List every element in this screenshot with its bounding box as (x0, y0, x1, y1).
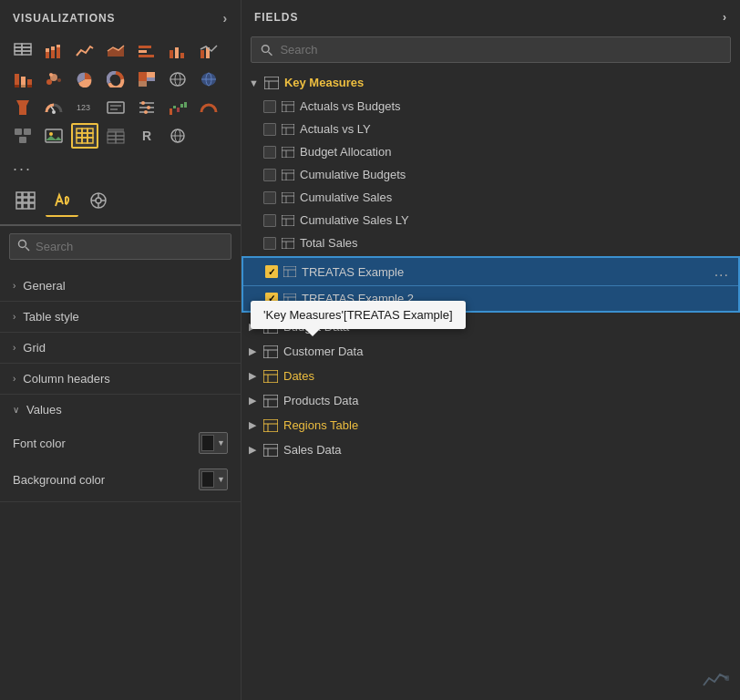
area-viz-icon[interactable] (102, 38, 129, 64)
svg-line-102 (269, 51, 272, 55)
r-viz-icon[interactable]: R (133, 123, 160, 149)
image-viz-icon[interactable] (40, 123, 67, 149)
regions-table-group[interactable]: ▶ Regions Table (242, 413, 740, 438)
svg-rect-91 (23, 203, 28, 209)
bar-viz-icon[interactable] (133, 38, 160, 64)
ribbon-viz-icon[interactable] (9, 67, 36, 92)
stacked-bar-viz-icon[interactable] (40, 38, 67, 64)
dates-group[interactable]: ▶ Dates (242, 364, 740, 388)
cumulative-budgets-label: Cumulative Budgets (300, 168, 406, 181)
table-style-section-header[interactable]: › Table style (0, 302, 241, 332)
svg-rect-76 (116, 132, 124, 136)
regions-table-icon (263, 419, 278, 432)
treemap-viz-icon[interactable] (133, 67, 160, 92)
font-color-swatch[interactable]: ▼ (199, 432, 228, 454)
svg-rect-16 (170, 50, 173, 58)
table3-viz-icon[interactable] (102, 123, 129, 149)
svg-rect-11 (57, 45, 60, 47)
total-sales-checkbox[interactable] (263, 237, 276, 250)
actuals-vs-budgets-checkbox[interactable] (263, 100, 276, 113)
filled-map-viz-icon[interactable] (195, 67, 222, 92)
treatas-example-label: TREATAS Example (302, 265, 404, 279)
cumulative-sales-ly-checkbox[interactable] (263, 214, 276, 227)
cumulative-sales-ly-label: Cumulative Sales LY (300, 213, 409, 227)
cumulative-budgets-checkbox[interactable] (263, 169, 276, 181)
sales-data-group[interactable]: ▶ Sales Data (242, 438, 740, 462)
svg-rect-73 (87, 138, 93, 143)
more-icons-dots[interactable]: ... (0, 154, 241, 182)
visualizations-expand-arrow[interactable]: › (222, 11, 228, 26)
svg-text:123: 123 (77, 103, 90, 112)
svg-marker-42 (16, 100, 29, 115)
table-viz-icon[interactable] (9, 38, 36, 64)
general-section-header[interactable]: › General (0, 271, 241, 301)
regions-table-label: Regions Table (283, 418, 358, 432)
gauge-viz-icon[interactable] (40, 95, 67, 120)
list-item[interactable]: Total Sales (242, 232, 740, 254)
funnel-viz-icon[interactable] (9, 95, 36, 120)
slicer-viz-icon[interactable] (133, 95, 160, 120)
values-label: Values (26, 403, 62, 417)
svg-rect-127 (283, 266, 296, 277)
pie-viz-icon[interactable] (71, 67, 98, 92)
budget-allocation-checkbox[interactable] (263, 146, 276, 159)
values-section-header[interactable]: ∨ Values (0, 395, 241, 425)
kpi-viz-icon[interactable]: 123 (71, 95, 98, 120)
svg-point-101 (262, 45, 269, 52)
globe-viz-icon[interactable] (164, 123, 191, 149)
format-search-box[interactable] (9, 233, 231, 260)
list-item[interactable]: Budget Allocation (242, 140, 740, 163)
format-search-input[interactable] (36, 240, 223, 253)
svg-rect-148 (263, 444, 278, 457)
treatas-example-checkbox[interactable]: ✓ (265, 265, 278, 278)
treatas-example-item[interactable]: ✓ TREATAS Example ... (243, 258, 738, 285)
svg-point-27 (46, 79, 52, 85)
actuals-vs-ly-checkbox[interactable] (263, 123, 276, 136)
card-viz-icon[interactable] (102, 95, 129, 120)
map-viz-icon[interactable] (164, 67, 191, 92)
fields-subtab[interactable] (9, 186, 42, 217)
waterfall-viz-icon[interactable] (164, 95, 191, 120)
background-color-swatch[interactable]: ▼ (199, 468, 228, 490)
svg-rect-7 (46, 48, 49, 52)
svg-rect-77 (108, 136, 116, 139)
treatas-example-ellipsis[interactable]: ... (714, 263, 729, 280)
analytics-subtab[interactable] (82, 186, 115, 217)
svg-rect-5 (22, 51, 31, 55)
svg-rect-8 (51, 50, 55, 58)
key-measures-group-header[interactable]: ▼ Key Measures (242, 70, 740, 95)
background-color-label: Background color (13, 473, 105, 487)
scatter-viz-icon[interactable] (40, 67, 67, 92)
products-data-group[interactable]: ▶ Products Data (242, 388, 740, 413)
fields-title: FIELDS (254, 11, 298, 24)
fields-search-input[interactable] (280, 43, 721, 57)
svg-rect-89 (29, 198, 35, 202)
grid-section-header[interactable]: › Grid (0, 333, 241, 363)
donut-viz-icon[interactable] (102, 67, 129, 92)
cumulative-sales-checkbox[interactable] (263, 191, 276, 204)
arc-viz-icon[interactable] (195, 95, 222, 120)
list-item[interactable]: Cumulative Budgets (242, 163, 740, 186)
fields-expand-arrow[interactable]: › (723, 11, 727, 24)
format-subtab[interactable] (46, 186, 78, 217)
svg-rect-80 (116, 139, 124, 143)
svg-rect-121 (282, 215, 294, 226)
svg-point-53 (147, 106, 150, 109)
combo-viz-icon[interactable] (195, 38, 222, 64)
list-item[interactable]: Cumulative Sales LY (242, 209, 740, 232)
column-headers-section-header[interactable]: › Column headers (0, 364, 241, 394)
list-item[interactable]: Actuals vs LY (242, 118, 740, 140)
customer-data-group[interactable]: ▶ Customer Data (242, 339, 740, 364)
matrix-viz-icon[interactable] (71, 123, 98, 149)
table-style-label: Table style (23, 310, 78, 324)
list-item[interactable]: Cumulative Sales (242, 186, 740, 209)
col-chart-viz-icon[interactable] (164, 38, 191, 64)
shape-viz-icon[interactable] (9, 123, 36, 149)
list-item[interactable]: Actuals vs Budgets (242, 95, 740, 118)
svg-rect-46 (108, 102, 124, 113)
total-sales-icon (282, 238, 294, 249)
line-viz-icon[interactable] (71, 38, 98, 64)
grid-label: Grid (23, 341, 46, 355)
fields-search-box[interactable] (251, 36, 731, 63)
customer-data-label: Customer Data (283, 345, 363, 358)
